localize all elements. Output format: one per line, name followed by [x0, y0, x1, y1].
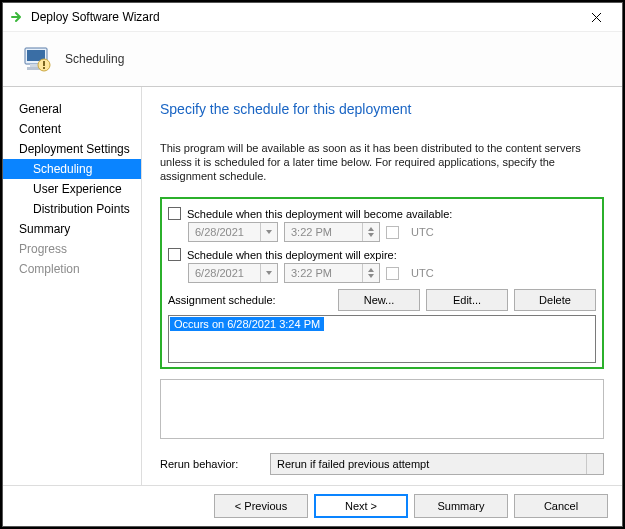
- titlebar: Deploy Software Wizard: [3, 3, 622, 32]
- intro-text: This program will be available as soon a…: [160, 141, 604, 183]
- expire-utc-checkbox: [386, 267, 399, 280]
- content: Specify the schedule for this deployment…: [142, 87, 622, 485]
- nav-completion: Completion: [3, 259, 141, 279]
- header-label: Scheduling: [65, 52, 124, 66]
- rerun-row: Rerun behavior: Rerun if failed previous…: [160, 453, 604, 475]
- window-title: Deploy Software Wizard: [31, 10, 160, 24]
- delete-schedule-button[interactable]: Delete: [514, 289, 596, 311]
- svg-rect-5: [43, 61, 45, 66]
- next-button[interactable]: Next >: [314, 494, 408, 518]
- computer-icon: [19, 41, 55, 77]
- close-button[interactable]: [576, 4, 616, 30]
- available-picker-row: 6/28/2021 3:22 PM UTC: [188, 222, 596, 242]
- available-utc-checkbox: [386, 226, 399, 239]
- cancel-button[interactable]: Cancel: [514, 494, 608, 518]
- expire-date-value: 6/28/2021: [189, 267, 260, 279]
- nav-summary[interactable]: Summary: [3, 219, 141, 239]
- nav-content[interactable]: Content: [3, 119, 141, 139]
- rerun-label: Rerun behavior:: [160, 458, 256, 470]
- available-date-picker[interactable]: 6/28/2021: [188, 222, 278, 242]
- time-spinner-icon[interactable]: [362, 264, 379, 282]
- svg-rect-6: [43, 67, 45, 69]
- deploy-wizard-window: Deploy Software Wizard Scheduling Genera…: [2, 2, 623, 527]
- expire-time-picker[interactable]: 3:22 PM: [284, 263, 380, 283]
- expire-checkbox[interactable]: [168, 248, 181, 261]
- available-time-value: 3:22 PM: [285, 226, 362, 238]
- nav-user-experience[interactable]: User Experience: [3, 179, 141, 199]
- nav-general[interactable]: General: [3, 99, 141, 119]
- new-schedule-button[interactable]: New...: [338, 289, 420, 311]
- nav-scheduling[interactable]: Scheduling: [3, 159, 141, 179]
- expire-row: Schedule when this deployment will expir…: [168, 248, 596, 261]
- wizard-arrow-icon: [11, 10, 25, 24]
- chevron-down-icon[interactable]: [586, 454, 603, 474]
- footer: < Previous Next > Summary Cancel: [3, 485, 622, 526]
- schedule-highlight-box: Schedule when this deployment will becom…: [160, 197, 604, 369]
- time-spinner-icon[interactable]: [362, 223, 379, 241]
- body: General Content Deployment Settings Sche…: [3, 87, 622, 485]
- available-time-picker[interactable]: 3:22 PM: [284, 222, 380, 242]
- sidebar: General Content Deployment Settings Sche…: [3, 87, 142, 485]
- available-checkbox[interactable]: [168, 207, 181, 220]
- nav-progress: Progress: [3, 239, 141, 259]
- extra-empty-box: [160, 379, 604, 439]
- assignment-item[interactable]: Occurs on 6/28/2021 3:24 PM: [170, 317, 324, 331]
- rerun-combobox[interactable]: Rerun if failed previous attempt: [270, 453, 604, 475]
- nav-distribution-points[interactable]: Distribution Points: [3, 199, 141, 219]
- assignment-header: Assignment schedule: New... Edit... Dele…: [168, 289, 596, 311]
- nav-deployment-settings[interactable]: Deployment Settings: [3, 139, 141, 159]
- rerun-value: Rerun if failed previous attempt: [271, 458, 586, 470]
- previous-button[interactable]: < Previous: [214, 494, 308, 518]
- calendar-dropdown-icon[interactable]: [260, 223, 277, 241]
- available-label: Schedule when this deployment will becom…: [187, 208, 452, 220]
- calendar-dropdown-icon[interactable]: [260, 264, 277, 282]
- edit-schedule-button[interactable]: Edit...: [426, 289, 508, 311]
- expire-date-picker[interactable]: 6/28/2021: [188, 263, 278, 283]
- available-row: Schedule when this deployment will becom…: [168, 207, 596, 220]
- available-utc-label: UTC: [411, 226, 434, 238]
- header-band: Scheduling: [3, 32, 622, 87]
- assignment-label: Assignment schedule:: [168, 294, 332, 306]
- expire-label: Schedule when this deployment will expir…: [187, 249, 397, 261]
- page-title: Specify the schedule for this deployment: [160, 101, 604, 117]
- expire-time-value: 3:22 PM: [285, 267, 362, 279]
- expire-picker-row: 6/28/2021 3:22 PM UTC: [188, 263, 596, 283]
- available-date-value: 6/28/2021: [189, 226, 260, 238]
- assignment-list[interactable]: Occurs on 6/28/2021 3:24 PM: [168, 315, 596, 363]
- summary-button[interactable]: Summary: [414, 494, 508, 518]
- expire-utc-label: UTC: [411, 267, 434, 279]
